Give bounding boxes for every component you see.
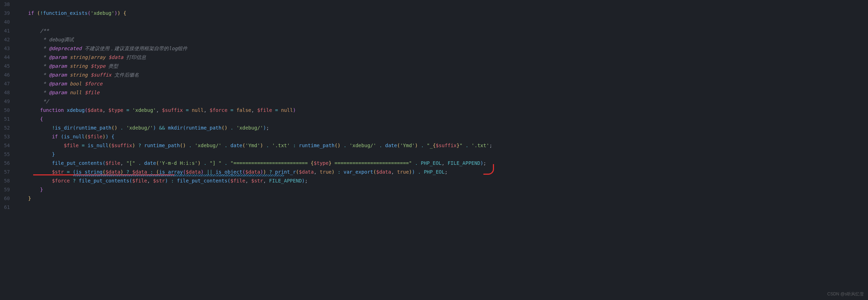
code-line[interactable]: $force ? file_put_contents($file, $str) … (16, 176, 868, 185)
line-number: 56 (0, 159, 10, 168)
code-line[interactable] (16, 18, 868, 26)
line-number: 43 (0, 44, 10, 53)
code-line[interactable]: { (16, 115, 868, 124)
line-number: 51 (0, 115, 10, 124)
line-number: 60 (0, 194, 10, 203)
line-number-gutter: 3839404142434445464748495051525354555657… (0, 0, 16, 300)
line-number: 41 (0, 26, 10, 35)
code-line[interactable]: /** (16, 26, 868, 35)
line-number: 57 (0, 168, 10, 176)
code-line[interactable]: * @param string|array $data 打印信息 (16, 53, 868, 62)
watermark: CSDN @s听风忆雪 (827, 291, 864, 297)
line-number: 58 (0, 176, 10, 185)
line-number: 52 (0, 124, 10, 132)
code-line[interactable]: !is_dir(runtime_path() . 'xdebug/') && m… (16, 124, 868, 132)
line-number: 44 (0, 53, 10, 62)
line-number: 54 (0, 141, 10, 150)
line-number: 55 (0, 150, 10, 159)
code-line[interactable]: } (16, 194, 868, 203)
line-number: 48 (0, 88, 10, 97)
code-line[interactable]: $str = (is_string($data) ? $data : (is_a… (16, 168, 868, 176)
code-line[interactable] (16, 0, 868, 9)
code-editor[interactable]: if (!function_exists('xdebug')) { /** * … (16, 0, 868, 300)
line-number: 53 (0, 132, 10, 141)
line-number: 50 (0, 106, 10, 115)
line-number: 38 (0, 0, 10, 9)
line-number: 47 (0, 79, 10, 88)
line-number: 40 (0, 18, 10, 26)
code-line[interactable]: * debug调试 (16, 35, 868, 44)
line-number: 42 (0, 35, 10, 44)
line-number: 45 (0, 62, 10, 71)
line-number: 46 (0, 71, 10, 79)
code-line[interactable]: function xdebug($data, $type = 'xdebug',… (16, 106, 868, 115)
code-line[interactable] (16, 203, 868, 212)
code-line[interactable]: */ (16, 97, 868, 106)
code-line[interactable]: if (is_null($file)) { (16, 132, 868, 141)
code-line[interactable]: * @param string $suffix 文件后缀名 (16, 71, 868, 79)
code-line[interactable]: * @param string $type 类型 (16, 62, 868, 71)
code-line[interactable]: file_put_contents($file, "[" . date('Y-m… (16, 159, 868, 168)
code-line[interactable]: * @deprecated 不建议使用，建议直接使用框架自带的log组件 (16, 44, 868, 53)
code-line[interactable]: } (16, 185, 868, 194)
line-number: 39 (0, 9, 10, 18)
line-number: 49 (0, 97, 10, 106)
line-number: 61 (0, 203, 10, 212)
line-number: 59 (0, 185, 10, 194)
code-line[interactable]: if (!function_exists('xdebug')) { (16, 9, 868, 18)
code-line[interactable]: * @param null $file (16, 88, 868, 97)
code-line[interactable]: } (16, 150, 868, 159)
code-line[interactable]: * @param bool $force (16, 79, 868, 88)
code-line[interactable]: $file = is_null($suffix) ? runtime_path(… (16, 141, 868, 150)
